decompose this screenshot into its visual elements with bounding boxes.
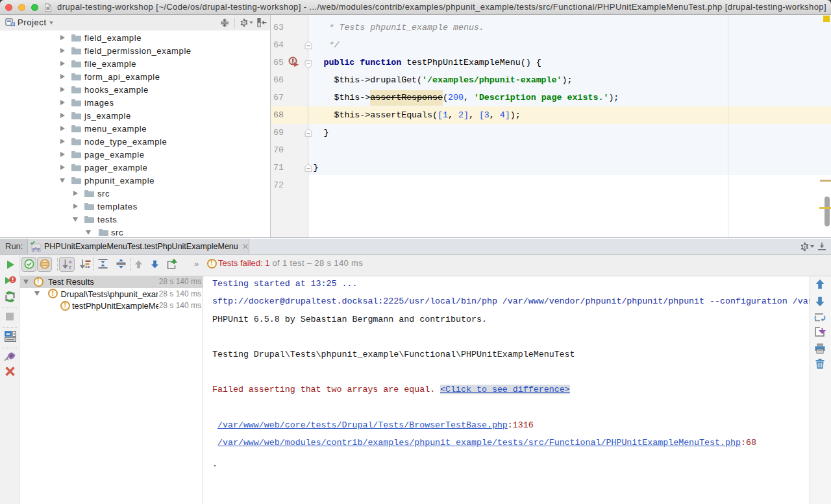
svg-text:z: z	[69, 264, 71, 270]
svg-text:php: php	[32, 246, 40, 252]
